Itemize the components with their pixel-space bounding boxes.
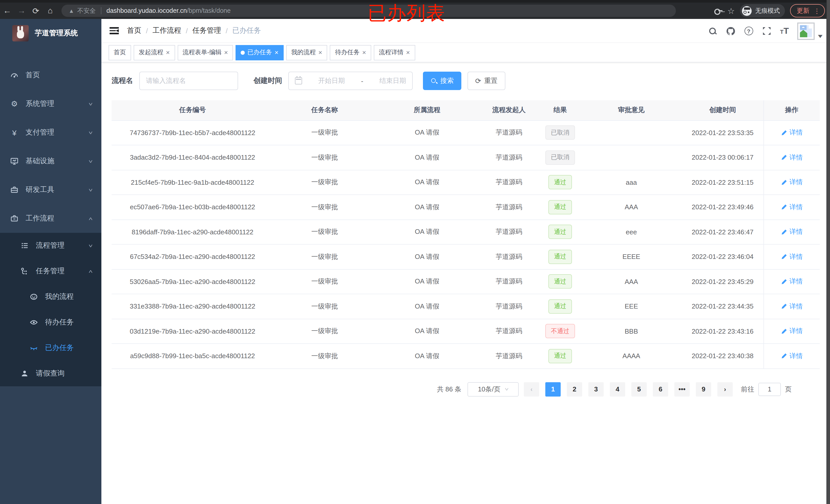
col-task-id: 任务编号: [111, 100, 274, 120]
sidebar-item-task-mgmt[interactable]: 任务管理 ˄: [0, 258, 101, 284]
reset-button[interactable]: ⟳ 重置: [468, 72, 505, 90]
sidebar-item-home[interactable]: 首页: [0, 61, 101, 90]
breadcrumb-task-mgmt[interactable]: 任务管理: [193, 26, 221, 35]
browser-menu-icon[interactable]: ⋮: [813, 7, 820, 14]
prev-page-button[interactable]: ‹: [524, 382, 539, 396]
face-icon: [30, 293, 38, 301]
sidebar-item-system[interactable]: ⚙ 系统管理 ˅: [0, 90, 101, 118]
tab-my-process[interactable]: 我的流程×: [286, 45, 327, 60]
close-icon[interactable]: ×: [275, 49, 278, 56]
sidebar-item-devtools[interactable]: 研发工具 ˅: [0, 175, 101, 204]
toolbox-icon: [10, 186, 19, 194]
col-task-name: 任务名称: [274, 100, 376, 120]
close-icon[interactable]: ×: [406, 49, 410, 56]
security-label[interactable]: 不安全: [77, 6, 96, 15]
page-content: 流程名 请输入流程名 创建时间 开始日期 - 结束日期 搜索: [101, 62, 830, 504]
detail-link[interactable]: 详情: [781, 252, 803, 261]
chevron-up-icon: ˄: [89, 216, 93, 221]
process-name-input[interactable]: 请输入流程名: [139, 72, 238, 90]
page-button-2[interactable]: 2: [567, 382, 582, 396]
browser-update-button[interactable]: 更新 ⋮: [790, 4, 825, 18]
sidebar-fold-icon[interactable]: [109, 27, 119, 34]
breadcrumb-home[interactable]: 首页: [127, 26, 141, 35]
sidebar-item-workflow[interactable]: 工作流程 ˄: [0, 204, 101, 233]
incognito-icon: [742, 6, 752, 15]
close-icon[interactable]: ×: [362, 49, 366, 56]
detail-link[interactable]: 详情: [781, 227, 803, 236]
sidebar-item-done-tasks[interactable]: 已办任务: [0, 335, 101, 361]
github-icon[interactable]: [726, 26, 736, 36]
date-range-input[interactable]: 开始日期 - 结束日期: [288, 72, 413, 90]
detail-link[interactable]: 详情: [781, 177, 803, 187]
avatar[interactable]: [797, 22, 815, 40]
sidebar-item-payment[interactable]: ¥ 支付管理 ˅: [0, 118, 101, 147]
chevron-down-icon: ˅: [89, 187, 93, 193]
detail-link[interactable]: 详情: [781, 128, 803, 137]
page-size-select[interactable]: 10条/页 ˅: [468, 382, 519, 396]
status-badge: 不通过: [545, 324, 575, 338]
app-title: 芋道管理系统: [35, 29, 78, 38]
browser-home-icon[interactable]: ⌂: [43, 6, 57, 15]
detail-link[interactable]: 详情: [781, 302, 803, 311]
detail-link[interactable]: 详情: [781, 351, 803, 361]
search-icon[interactable]: [708, 26, 718, 36]
logo-row[interactable]: 芋道管理系统: [0, 19, 101, 47]
breadcrumb-separator: /: [226, 27, 228, 35]
page-jump-input[interactable]: [758, 382, 781, 396]
tab-form-edit[interactable]: 流程表单-编辑×: [178, 45, 233, 60]
tab-process-detail[interactable]: 流程详情×: [374, 45, 415, 60]
breadcrumb: 首页 / 工作流程 / 任务管理 / 已办任务: [127, 26, 261, 35]
page-button-9[interactable]: 9: [696, 382, 711, 396]
font-size-icon[interactable]: [779, 26, 790, 36]
close-icon[interactable]: ×: [166, 49, 170, 56]
search-form: 流程名 请输入流程名 创建时间 开始日期 - 结束日期 搜索: [111, 72, 820, 90]
close-icon[interactable]: ×: [224, 49, 228, 56]
table-row: 331e3388-7b9a-11ec-a290-acde48001122一级审批…: [111, 294, 820, 319]
password-key-icon[interactable]: [714, 7, 722, 15]
tab-todo-tasks[interactable]: 待办任务×: [330, 45, 371, 60]
chevron-down-icon: ˅: [89, 158, 93, 164]
detail-link[interactable]: 详情: [781, 277, 803, 286]
tab-home[interactable]: 首页: [108, 45, 131, 60]
window-scrollbar[interactable]: [826, 0, 830, 504]
page-button-1[interactable]: 1: [545, 382, 561, 396]
close-icon[interactable]: ×: [318, 49, 322, 56]
sidebar-item-process-mgmt[interactable]: 流程管理 ˅: [0, 233, 101, 258]
browser-forward-icon[interactable]: →: [14, 6, 29, 15]
sidebar-item-todo-tasks[interactable]: 待办任务: [0, 309, 101, 335]
bookmark-star-icon[interactable]: ☆: [727, 6, 735, 15]
eye-open-icon: [30, 318, 38, 327]
search-button[interactable]: 搜索: [423, 72, 461, 90]
col-opinion: 审批意见: [581, 100, 682, 120]
next-page-button[interactable]: ›: [717, 382, 733, 396]
status-badge: 已取消: [545, 150, 575, 165]
user-avatar-dropdown[interactable]: ▼: [797, 22, 823, 40]
chevron-down-icon: ˅: [89, 130, 93, 135]
sidebar-item-my-process[interactable]: 我的流程: [0, 284, 101, 309]
col-starter: 流程发起人: [478, 100, 540, 120]
sidebar-menu: 首页 ⚙ 系统管理 ˅ ¥ 支付管理 ˅ 基础设施 ˅: [0, 47, 101, 386]
sidebar-item-infra[interactable]: 基础设施 ˅: [0, 147, 101, 175]
update-label[interactable]: 更新: [797, 6, 809, 15]
status-badge: 通过: [548, 274, 572, 289]
browser-back-icon[interactable]: ←: [0, 6, 14, 15]
fullscreen-icon[interactable]: [761, 26, 772, 36]
help-icon[interactable]: [743, 26, 754, 36]
done-task-table: 任务编号 任务名称 所属流程 流程发起人 结果 审批意见 创建时间 操作 747: [111, 100, 820, 369]
tab-done-tasks[interactable]: 已办任务×: [235, 45, 283, 60]
detail-link[interactable]: 详情: [781, 202, 803, 211]
detail-link[interactable]: 详情: [781, 327, 803, 336]
browser-reload-icon[interactable]: ⟳: [29, 6, 43, 15]
process-name-label: 流程名: [111, 76, 133, 86]
detail-link[interactable]: 详情: [781, 153, 803, 162]
page-button-5[interactable]: 5: [631, 382, 647, 396]
page-button-6[interactable]: 6: [653, 382, 668, 396]
user-icon: [21, 369, 29, 378]
flow-icon: [21, 267, 29, 275]
breadcrumb-workflow[interactable]: 工作流程: [153, 26, 181, 35]
page-ellipsis-button[interactable]: •••: [674, 382, 690, 396]
sidebar-item-leave-query[interactable]: 请假查询: [0, 361, 101, 386]
page-button-4[interactable]: 4: [610, 382, 625, 396]
page-button-3[interactable]: 3: [588, 382, 604, 396]
tab-start-process[interactable]: 发起流程×: [134, 45, 175, 60]
